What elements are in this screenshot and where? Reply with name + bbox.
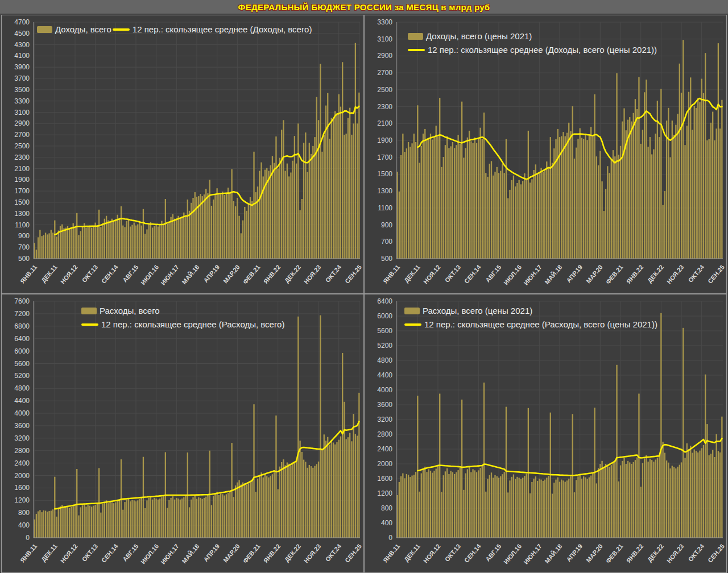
expenditure-real-chart-canvas: 0400800120016002000240028003200360040004…: [365, 294, 726, 572]
svg-text:СЕН.25: СЕН.25: [344, 543, 363, 564]
bar-series-swatch-icon: [408, 33, 423, 40]
legend-item-bars: Расходы, всего (цены 2021): [404, 306, 532, 315]
svg-text:НОЯ.12: НОЯ.12: [59, 264, 79, 285]
svg-text:3100: 3100: [14, 109, 30, 117]
legend-item-ma: 12 пер.: скользящее среднее (Доходы, все…: [408, 45, 657, 55]
svg-text:ЯНВ.22: ЯНВ.22: [262, 543, 282, 564]
svg-text:2300: 2300: [14, 153, 30, 161]
legend-item-ma: 12 пер.: скользящее среднее (Расходы, вс…: [81, 319, 284, 329]
svg-text:2500: 2500: [377, 86, 392, 94]
svg-text:1700: 1700: [14, 187, 30, 195]
svg-text:5200: 5200: [14, 372, 30, 380]
svg-text:НОЯ.23: НОЯ.23: [665, 543, 685, 564]
chart-panel-revenue-nominal: 5007009001100130015001700190021002300250…: [2, 15, 363, 293]
svg-text:СЕН.14: СЕН.14: [100, 263, 120, 285]
svg-text:3500: 3500: [14, 86, 30, 94]
page-title: ФЕДЕРАЛЬНЫЙ БЮДЖЕТ РОССИИ за МЕСЯЦ в млр…: [238, 2, 490, 12]
svg-text:ОКТ.13: ОКТ.13: [444, 543, 462, 563]
svg-text:700: 700: [381, 238, 392, 246]
svg-text:800: 800: [18, 509, 30, 517]
svg-text:6000: 6000: [14, 347, 30, 355]
ma-line-swatch-icon: [81, 323, 98, 326]
svg-text:ИЮЛ.16: ИЮЛ.16: [139, 264, 160, 286]
svg-text:4800: 4800: [377, 356, 392, 364]
ma-line-swatch-icon: [113, 28, 130, 31]
svg-text:3600: 3600: [14, 422, 30, 430]
svg-text:НОЯ.23: НОЯ.23: [303, 264, 322, 285]
svg-text:МАР.20: МАР.20: [585, 264, 604, 285]
svg-text:ЯНВ.11: ЯНВ.11: [19, 543, 38, 564]
svg-text:ДЕК.22: ДЕК.22: [646, 264, 665, 284]
svg-text:ОКТ.24: ОКТ.24: [687, 542, 706, 563]
legend-item-bars: Доходы, всего: [37, 24, 111, 34]
svg-text:ИЮЛ.16: ИЮЛ.16: [502, 264, 523, 286]
svg-text:2400: 2400: [377, 445, 392, 453]
svg-text:ДЕК.22: ДЕК.22: [283, 543, 302, 563]
svg-text:5600: 5600: [377, 327, 392, 335]
svg-text:500: 500: [381, 255, 392, 263]
svg-text:ЯНВ.11: ЯНВ.11: [19, 264, 38, 285]
svg-text:ИЮН.17: ИЮН.17: [159, 543, 180, 566]
svg-text:ЯНВ.22: ЯНВ.22: [625, 543, 644, 564]
svg-text:4000: 4000: [14, 409, 30, 417]
svg-text:МАР.20: МАР.20: [585, 543, 604, 564]
svg-text:ДЕК.11: ДЕК.11: [403, 543, 421, 563]
legend-expenditure-real: Расходы, всего (цены 2021) 12 пер.: скол…: [404, 306, 657, 329]
svg-text:2900: 2900: [377, 52, 392, 60]
svg-text:1600: 1600: [14, 484, 30, 492]
svg-text:СЕН.25: СЕН.25: [706, 543, 726, 564]
svg-text:ОКТ.24: ОКТ.24: [324, 263, 343, 284]
svg-text:500: 500: [18, 255, 30, 263]
svg-text:5600: 5600: [14, 360, 30, 368]
svg-text:3200: 3200: [377, 416, 392, 423]
svg-text:НОЯ.12: НОЯ.12: [422, 543, 442, 564]
svg-text:2300: 2300: [377, 103, 392, 111]
bar-series-label: Доходы, всего (цены 2021): [426, 31, 532, 41]
svg-text:3300: 3300: [14, 97, 30, 105]
revenue-real-chart-canvas: 5007009001100130015001700190021002300250…: [365, 15, 726, 293]
chart-panel-expenditure-nominal: 0400800120016002000240028003200360040004…: [2, 294, 363, 572]
svg-text:АПР.19: АПР.19: [202, 264, 221, 284]
svg-text:4100: 4100: [14, 52, 30, 60]
svg-text:АПР.19: АПР.19: [565, 264, 584, 284]
svg-text:АПР.19: АПР.19: [202, 543, 221, 563]
svg-text:1200: 1200: [14, 496, 30, 504]
ma-line-swatch-icon: [408, 49, 425, 51]
svg-text:4400: 4400: [14, 397, 30, 405]
svg-text:2400: 2400: [14, 459, 30, 467]
svg-text:НОЯ.23: НОЯ.23: [303, 543, 322, 564]
svg-text:1300: 1300: [377, 187, 392, 195]
svg-text:ИЮЛ.16: ИЮЛ.16: [139, 543, 160, 566]
svg-text:2000: 2000: [14, 472, 30, 480]
svg-text:2100: 2100: [14, 165, 30, 173]
svg-text:7200: 7200: [14, 310, 30, 318]
svg-text:400: 400: [381, 519, 392, 527]
legend-item-bars: Расходы, всего: [81, 306, 160, 315]
svg-text:СЕН.14: СЕН.14: [463, 263, 483, 285]
svg-text:2700: 2700: [14, 131, 30, 139]
bar-series-label: Доходы, всего: [55, 24, 111, 34]
svg-text:800: 800: [381, 504, 392, 512]
svg-text:2900: 2900: [14, 119, 30, 127]
svg-text:2100: 2100: [377, 119, 392, 127]
svg-text:СЕН.25: СЕН.25: [344, 264, 363, 285]
ma-series-label: 12 пер.: скользящее среднее (Расходы, вс…: [424, 319, 657, 329]
svg-text:6400: 6400: [377, 297, 392, 305]
svg-text:ИЮН.17: ИЮН.17: [159, 264, 180, 286]
svg-text:700: 700: [18, 243, 30, 251]
svg-text:МАР.20: МАР.20: [222, 543, 241, 564]
svg-text:4800: 4800: [14, 384, 30, 392]
svg-text:СЕН.14: СЕН.14: [463, 542, 483, 564]
svg-text:МАЙ.18: МАЙ.18: [180, 543, 200, 565]
legend-item-ma: 12 пер.: скользящее среднее (Расходы, вс…: [404, 319, 657, 329]
svg-text:400: 400: [18, 521, 30, 529]
svg-text:ФЕВ.21: ФЕВ.21: [605, 264, 624, 285]
svg-text:МАЙ.18: МАЙ.18: [543, 264, 563, 286]
bar-series-label: Расходы, всего: [100, 306, 160, 315]
svg-text:НОЯ.23: НОЯ.23: [665, 264, 685, 285]
svg-text:1200: 1200: [377, 489, 392, 497]
svg-text:4300: 4300: [14, 41, 30, 49]
svg-text:ДЕК.22: ДЕК.22: [283, 264, 302, 284]
svg-text:6800: 6800: [14, 322, 30, 330]
svg-text:ЯНВ.22: ЯНВ.22: [262, 264, 282, 285]
